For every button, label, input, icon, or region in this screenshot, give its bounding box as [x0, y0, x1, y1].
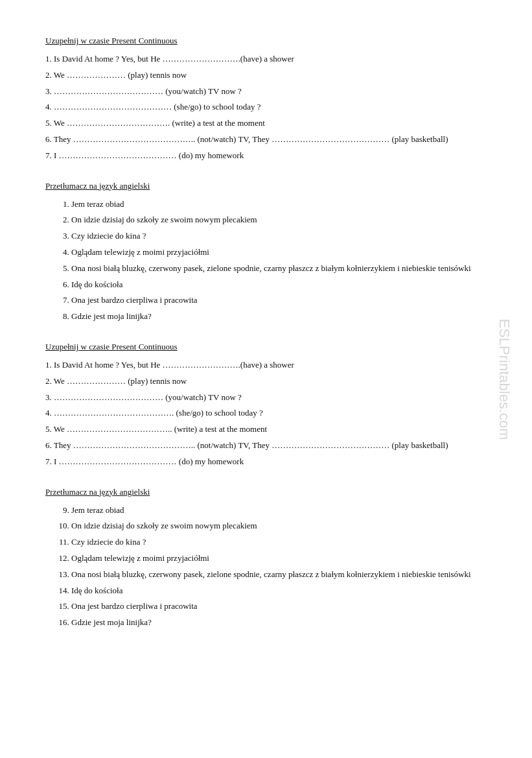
list-item: Jem teraz obiad: [71, 198, 487, 211]
list-item: Idę do kościoła: [71, 584, 487, 598]
list-item: Ona nosi białą bluzkę, czerwony pasek, z…: [71, 262, 487, 276]
section-2: Przetłumacz na język angielski Jem teraz…: [45, 181, 487, 324]
section-4-list: Jem teraz obiad On idzie dzisiaj do szko…: [71, 504, 487, 630]
watermark: ESLPrintables.com: [496, 318, 513, 440]
page: Uzupełnij w czasie Present Continuous 1.…: [0, 0, 532, 683]
list-item: Idę do kościoła: [71, 278, 487, 292]
list-item: On idzie dzisiaj do szkoły ze swoim nowy…: [71, 213, 487, 227]
section-3: Uzupełnij w czasie Present Continuous 1.…: [45, 342, 487, 469]
section-4: Przetłumacz na język angielski Jem teraz…: [45, 487, 487, 630]
list-item: Ona jest bardzo cierpliwa i pracowita: [71, 294, 487, 307]
section-1-title: Uzupełnij w czasie Present Continuous: [45, 36, 487, 46]
list-item: Czy idziecie do kina ?: [71, 536, 487, 549]
section-2-title: Przetłumacz na język angielski: [45, 181, 487, 191]
exercise-3-item-7: 7. I …………………………………… (do) my homework: [45, 455, 487, 469]
list-item: Ona nosi białą bluzkę, czerwony pasek, z…: [71, 568, 487, 582]
section-2-list: Jem teraz obiad On idzie dzisiaj do szko…: [71, 198, 487, 324]
exercise-3-item-1: 1. Is David At home ? Yes, but He …………………: [45, 359, 487, 372]
list-item: On idzie dzisiaj do szkoły ze swoim nowy…: [71, 519, 487, 533]
section-3-title: Uzupełnij w czasie Present Continuous: [45, 342, 487, 352]
list-item: Jem teraz obiad: [71, 504, 487, 517]
exercise-1-item-1: 1. Is David At home ? Yes, but He …………………: [45, 53, 487, 66]
exercise-3-item-4: 4. ……………………………………. (she/go) to school to…: [45, 407, 487, 420]
list-item: Gdzie jest moja linijka?: [71, 616, 487, 630]
exercise-1-item-2: 2. We ………………… (play) tennis now: [45, 69, 487, 82]
exercise-3-item-3: 3. ………………………………… (you/watch) TV now ?: [45, 391, 487, 405]
exercise-1-item-5: 5. We ………………………………. (write) a test at th…: [45, 117, 487, 130]
exercise-3-item-2: 2. We ………………… (play) tennis now: [45, 375, 487, 388]
exercise-1-item-7: 7. I …………………………………… (do) my homework: [45, 149, 487, 163]
exercise-1-item-3: 3. ………………………………… (you/watch) TV now ?: [45, 85, 487, 99]
list-item: Oglądam telewizję z moimi przyjaciółmi: [71, 246, 487, 259]
exercise-3-item-6: 6. They …………………………………….. (not/watch) TV,…: [45, 439, 487, 453]
list-item: Gdzie jest moja linijka?: [71, 310, 487, 324]
exercise-3-item-5: 5. We ……………………………….. (write) a test at t…: [45, 423, 487, 436]
exercise-1-item-4: 4. …………………………………… (she/go) to school tod…: [45, 101, 487, 114]
list-item: Czy idziecie do kina ?: [71, 230, 487, 243]
list-item: Ona jest bardzo cierpliwa i pracowita: [71, 600, 487, 613]
section-1: Uzupełnij w czasie Present Continuous 1.…: [45, 36, 487, 163]
section-4-title: Przetłumacz na język angielski: [45, 487, 487, 497]
list-item: Oglądam telewizję z moimi przyjaciółmi: [71, 552, 487, 565]
exercise-1-item-6: 6. They …………………………………….. (not/watch) TV,…: [45, 133, 487, 147]
